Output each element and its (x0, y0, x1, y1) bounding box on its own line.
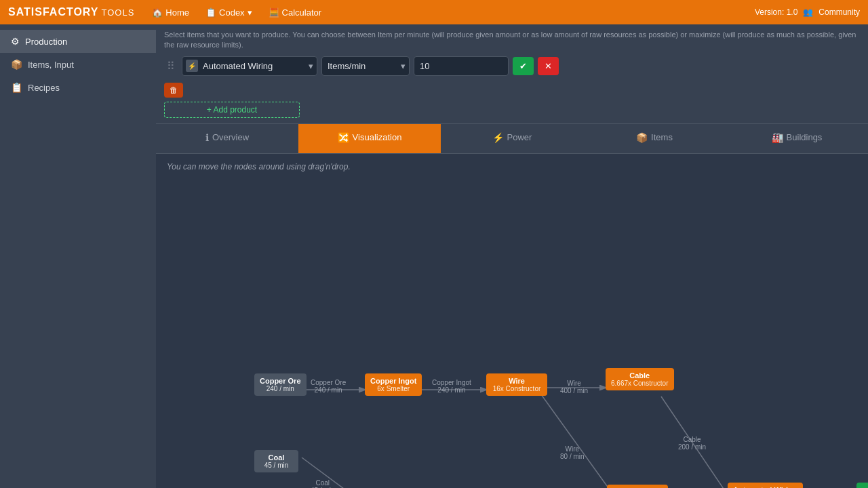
node-stator[interactable]: Stator 2x Assembler (607, 485, 668, 488)
product-select[interactable]: Automated Wiring (182, 56, 317, 76)
confirm-button[interactable]: ✔ (513, 57, 534, 75)
nav-codex[interactable]: 📋 Codex ▾ (199, 3, 259, 22)
sidebar: ⚙ Production 📦 Items, Input 📋 Recipes (0, 24, 156, 488)
sidebar-label-items-input: Items, Input (28, 60, 74, 70)
main-content: Select items that you want to produce. Y… (156, 24, 868, 488)
flow-copper-ingot: Copper Ingot240 / min (432, 379, 471, 394)
node-wire[interactable]: Wire 16x Constructor (486, 373, 547, 396)
items-input-icon: 📦 (11, 59, 22, 70)
node-copper-ore[interactable]: Copper Ore 240 / min (254, 373, 307, 396)
visualization-area: You can move the nodes around using drag… (156, 154, 868, 488)
logo-text: SATISFACTORY (8, 6, 99, 18)
nav-home[interactable]: 🏠 Home (145, 3, 196, 22)
sidebar-item-items-input[interactable]: 📦 Items, Input (0, 53, 156, 76)
power-icon: ⚡ (492, 132, 504, 143)
codex-icon: 📋 (205, 7, 216, 18)
product-item-icon: ⚡ (186, 60, 198, 72)
logo-sub: TOOLS (102, 7, 135, 18)
chevron-down-icon: ▾ (248, 7, 252, 18)
node-wire-sub: 16x Constructor (492, 385, 542, 392)
sidebar-label-production: Production (25, 37, 67, 47)
production-icon: ⚙ (11, 36, 20, 47)
tab-power-label: Power (507, 132, 532, 142)
unit-select-wrap: Items/min Maximize ▾ (321, 56, 410, 76)
top-nav-right: Version: 1.0 👥 Community (755, 7, 860, 17)
node-coal-sub: 45 / min (260, 462, 293, 469)
amount-input[interactable] (414, 56, 509, 76)
sidebar-item-recipes[interactable]: 📋 Recipes (0, 76, 156, 99)
items-icon: 📦 (636, 132, 648, 143)
sidebar-label-recipes: Recipes (28, 83, 60, 93)
node-wire-label: Wire (492, 377, 542, 385)
flow-arrows (156, 154, 868, 488)
community-text[interactable]: Community (818, 7, 860, 17)
node-coal[interactable]: Coal 45 / min (254, 450, 298, 472)
community-icon: 👥 (803, 7, 813, 17)
node-copper-ingot-sub: 6x Smelter (370, 385, 416, 392)
sidebar-item-production[interactable]: ⚙ Production (0, 30, 156, 53)
flow-cable: Cable200 / min (678, 436, 706, 451)
flow-coal: Coal45 / min (311, 479, 335, 488)
drag-handle[interactable]: ⠿ (164, 60, 178, 73)
calculator-icon: 🧮 (269, 7, 279, 18)
node-copper-ore-label: Copper Ore (260, 377, 301, 385)
add-product-row: 🗑 (164, 80, 860, 98)
product-select-wrap: ⚡ Automated Wiring ▾ (182, 56, 317, 76)
flow-wire-stator: Wire80 / min (560, 445, 585, 460)
node-copper-ore-sub: 240 / min (260, 385, 301, 392)
nav-calculator-label: Calculator (282, 7, 322, 18)
node-auto-wiring-assembler[interactable]: Automated Wiring 4x Assembler (728, 483, 803, 488)
home-icon: 🏠 (152, 7, 163, 18)
add-product-button[interactable]: + Add product (164, 102, 300, 118)
tab-overview[interactable]: ℹ Overview (156, 124, 298, 153)
remove-button[interactable]: ✕ (538, 57, 559, 75)
nav-codex-label: Codex (219, 7, 245, 18)
node-cable-label: Cable (611, 371, 669, 380)
tab-visualization[interactable]: 🔀 Visualization (298, 124, 441, 153)
tab-buildings-label: Buildings (787, 132, 823, 142)
node-cable[interactable]: Cable 6.667x Constructor (606, 368, 674, 390)
product-section: Select items that you want to produce. Y… (156, 24, 868, 124)
viz-hint: You can move the nodes around using drag… (167, 162, 351, 171)
tabs-bar: ℹ Overview 🔀 Visualization ⚡ Power 📦 Ite… (156, 124, 868, 154)
flow-wire-cable: Wire400 / min (560, 380, 588, 394)
tab-visualization-label: Visualization (353, 132, 402, 142)
top-nav: SATISFACTORY TOOLS 🏠 Home 📋 Codex ▾ 🧮 Ca… (0, 0, 868, 24)
product-description: Select items that you want to produce. Y… (164, 30, 860, 51)
flow-copper-ore: Copper Ore240 / min (311, 379, 346, 394)
node-coal-label: Coal (260, 453, 293, 462)
tab-items-label: Items (651, 132, 673, 142)
nav-home-label: Home (165, 7, 189, 18)
node-copper-ingot[interactable]: Copper Ingot 6x Smelter (365, 373, 422, 396)
visualization-icon: 🔀 (338, 132, 349, 143)
node-auto-wiring-output[interactable]: Automated Wiring 10 / min (856, 483, 868, 488)
version-text: Version: 1.0 (755, 7, 797, 17)
unit-select[interactable]: Items/min Maximize (321, 56, 410, 76)
nav-links: 🏠 Home 📋 Codex ▾ 🧮 Calculator (145, 3, 328, 22)
node-copper-ingot-label: Copper Ingot (370, 377, 416, 385)
recipes-icon: 📋 (11, 82, 22, 93)
tab-items[interactable]: 📦 Items (583, 124, 726, 153)
overview-icon: ℹ (205, 132, 209, 143)
node-cable-sub: 6.667x Constructor (611, 380, 669, 387)
tab-overview-label: Overview (212, 132, 249, 142)
extra-button[interactable]: 🗑 (164, 83, 183, 98)
tab-buildings[interactable]: 🏭 Buildings (726, 124, 868, 153)
product-row: ⠿ ⚡ Automated Wiring ▾ Items/min Maximiz… (164, 56, 860, 76)
tab-power[interactable]: ⚡ Power (441, 124, 583, 153)
buildings-icon: 🏭 (772, 132, 783, 143)
nav-calculator[interactable]: 🧮 Calculator (262, 3, 329, 22)
logo: SATISFACTORY TOOLS (8, 6, 134, 18)
svg-line-3 (541, 394, 616, 488)
